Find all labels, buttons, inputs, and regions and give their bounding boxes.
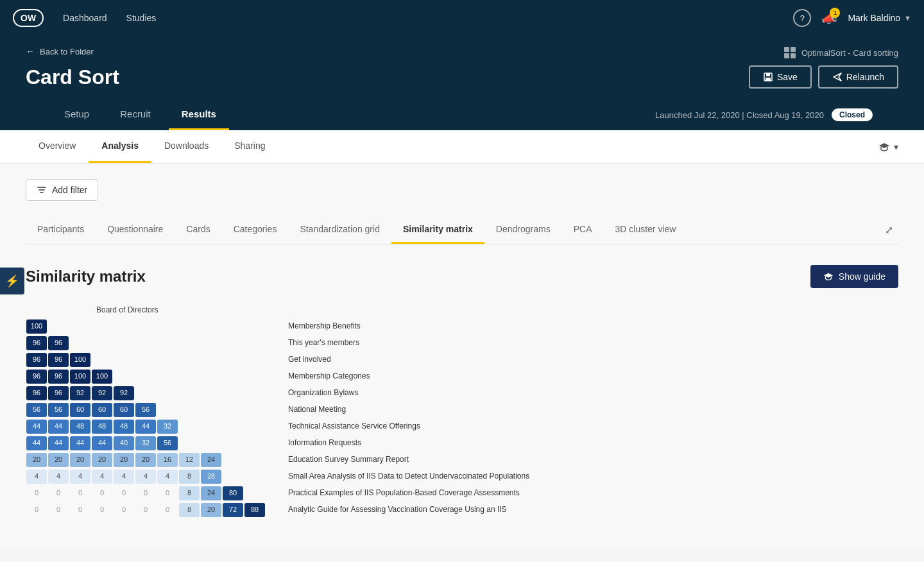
study-nav-tabs: Setup Recruit Results bbox=[51, 99, 234, 130]
matrix-cell: 24 bbox=[201, 486, 221, 500]
svg-rect-1 bbox=[791, 47, 796, 52]
matrix-cell: 56 bbox=[157, 436, 178, 450]
matrix-cell: 8 bbox=[179, 503, 200, 517]
matrix-cell: 0 bbox=[135, 486, 156, 500]
show-guide-button[interactable]: Show guide bbox=[810, 265, 898, 288]
matrix-cell: 0 bbox=[114, 503, 134, 517]
matrix-row: 9696This year's members bbox=[26, 335, 531, 352]
analysis-tab-3d-cluster[interactable]: 3D cluster view bbox=[603, 216, 687, 244]
matrix-cell: 4 bbox=[26, 470, 47, 484]
matrix-cell: 80 bbox=[223, 486, 243, 500]
study-nav-right: Launched Jul 22, 2020 | Closed Aug 19, 2… bbox=[655, 108, 873, 121]
tab-sharing[interactable]: Sharing bbox=[221, 130, 278, 163]
analysis-tab-participants[interactable]: Participants bbox=[26, 216, 96, 244]
relaunch-button[interactable]: Relaunch bbox=[818, 65, 898, 89]
analysis-tab-questionnaire[interactable]: Questionnaire bbox=[96, 216, 175, 244]
matrix-row: 9696100100Membership Categories bbox=[26, 368, 531, 385]
sub-navigation: Overview Analysis Downloads Sharing ▾ bbox=[0, 130, 924, 164]
matrix-cell: 20 bbox=[114, 453, 134, 467]
matrix-cell: 100 bbox=[26, 319, 47, 334]
matrix-cell: 20 bbox=[48, 453, 69, 467]
matrix-cell: 0 bbox=[26, 486, 47, 500]
svg-rect-0 bbox=[784, 47, 789, 52]
notification-icon[interactable]: 📣 1 bbox=[821, 10, 837, 26]
breadcrumb[interactable]: ← Back to Folder bbox=[26, 36, 94, 63]
back-arrow-icon: ← bbox=[26, 46, 35, 56]
tab-overview[interactable]: Overview bbox=[26, 130, 89, 163]
matrix-row: 000000082480Practical Examples of IIS Po… bbox=[26, 485, 531, 502]
matrix-cell: 44 bbox=[26, 436, 47, 450]
save-icon bbox=[763, 72, 773, 82]
analysis-tab-categories[interactable]: Categories bbox=[222, 216, 289, 244]
matrix-cell: 20 bbox=[201, 503, 221, 517]
expand-icon[interactable]: ⤢ bbox=[880, 219, 898, 241]
sub-nav-right[interactable]: ▾ bbox=[878, 141, 898, 153]
matrix-cell: 32 bbox=[157, 420, 178, 434]
svg-rect-3 bbox=[791, 53, 796, 58]
matrix-cell: 44 bbox=[26, 420, 47, 434]
matrix-cell: 4 bbox=[114, 470, 134, 484]
study-navigation: Setup Recruit Results Launched Jul 22, 2… bbox=[26, 99, 898, 130]
help-icon[interactable]: ? bbox=[793, 9, 811, 27]
main-content: Add filter Participants Questionnaire Ca… bbox=[0, 164, 924, 549]
matrix-cell: 4 bbox=[157, 470, 178, 484]
matrix-cell: 0 bbox=[114, 486, 134, 500]
matrix-cell: 96 bbox=[48, 336, 69, 350]
matrix-cell: 100 bbox=[70, 353, 90, 367]
svg-rect-2 bbox=[784, 53, 789, 58]
matrix-cell: 4 bbox=[135, 470, 156, 484]
top-navigation: OW Dashboard Studies ? 📣 1 Mark Baldino … bbox=[0, 0, 924, 36]
svg-rect-6 bbox=[766, 78, 771, 81]
user-menu[interactable]: Mark Baldino ▼ bbox=[848, 13, 911, 23]
matrix-cell: 4 bbox=[48, 470, 69, 484]
tab-setup[interactable]: Setup bbox=[51, 99, 102, 130]
matrix-row: 4444444828Small Area Analysis of IIS Dat… bbox=[26, 468, 531, 485]
section-header: Similarity matrix Show guide bbox=[26, 265, 898, 288]
matrix-row-label: Membership Benefits bbox=[286, 318, 531, 335]
matrix-cell: 4 bbox=[70, 470, 90, 484]
add-filter-button[interactable]: Add filter bbox=[26, 179, 98, 201]
tab-recruit[interactable]: Recruit bbox=[107, 99, 164, 130]
header-section: ← Back to Folder OptimalSort - Card sort… bbox=[0, 36, 924, 130]
save-button[interactable]: Save bbox=[749, 65, 812, 89]
matrix-cell: 20 bbox=[92, 453, 112, 467]
matrix-cell: 92 bbox=[114, 386, 134, 400]
header-top: Card Sort Save Relaunch bbox=[26, 65, 898, 99]
analysis-tab-dendrograms[interactable]: Dendrograms bbox=[484, 216, 562, 244]
matrix-cell: 8 bbox=[179, 470, 200, 484]
matrix-row: 9696100Get involved bbox=[26, 352, 531, 368]
analysis-tab-similarity-matrix[interactable]: Similarity matrix bbox=[391, 216, 484, 244]
nav-studies[interactable]: Studies bbox=[126, 13, 157, 23]
matrix-cell: 96 bbox=[26, 353, 47, 367]
matrix-cell: 96 bbox=[26, 386, 47, 400]
tab-results[interactable]: Results bbox=[169, 99, 229, 130]
app-logo[interactable]: OW bbox=[13, 9, 44, 27]
mortarboard-icon bbox=[823, 271, 834, 282]
analysis-tabs: Participants Questionnaire Cards Categor… bbox=[26, 216, 898, 244]
analysis-tab-standardization-grid[interactable]: Standardization grid bbox=[288, 216, 391, 244]
matrix-cell: 16 bbox=[157, 453, 178, 467]
matrix-container: Board of Directors100Membership Benefits… bbox=[26, 303, 898, 518]
matrix-cell: 0 bbox=[157, 486, 178, 500]
matrix-cell: 56 bbox=[135, 403, 156, 417]
nav-dashboard[interactable]: Dashboard bbox=[63, 13, 107, 23]
analysis-tab-pca[interactable]: PCA bbox=[562, 216, 604, 244]
matrix-row: 44444444403256Information Requests bbox=[26, 435, 531, 452]
section-title: Similarity matrix bbox=[26, 268, 146, 285]
add-filter-label: Add filter bbox=[52, 185, 87, 195]
matrix-cell: 60 bbox=[70, 403, 90, 417]
side-panel[interactable]: ⚡ bbox=[0, 268, 24, 294]
tab-downloads[interactable]: Downloads bbox=[151, 130, 221, 163]
tab-analysis[interactable]: Analysis bbox=[89, 130, 151, 163]
matrix-cell: 44 bbox=[135, 420, 156, 434]
matrix-cell: 96 bbox=[48, 353, 69, 367]
matrix-row-label: This year's members bbox=[286, 335, 531, 352]
matrix-row-label: Practical Examples of IIS Population-Bas… bbox=[286, 485, 531, 502]
matrix-cell: 44 bbox=[70, 436, 90, 450]
analysis-tab-cards[interactable]: Cards bbox=[175, 216, 221, 244]
matrix-cell: 96 bbox=[26, 370, 47, 384]
matrix-cell: 48 bbox=[70, 420, 90, 434]
matrix-cell: 0 bbox=[70, 486, 90, 500]
matrix-cell: 44 bbox=[92, 436, 112, 450]
matrix-row: 565660606056National Meeting bbox=[26, 402, 531, 418]
